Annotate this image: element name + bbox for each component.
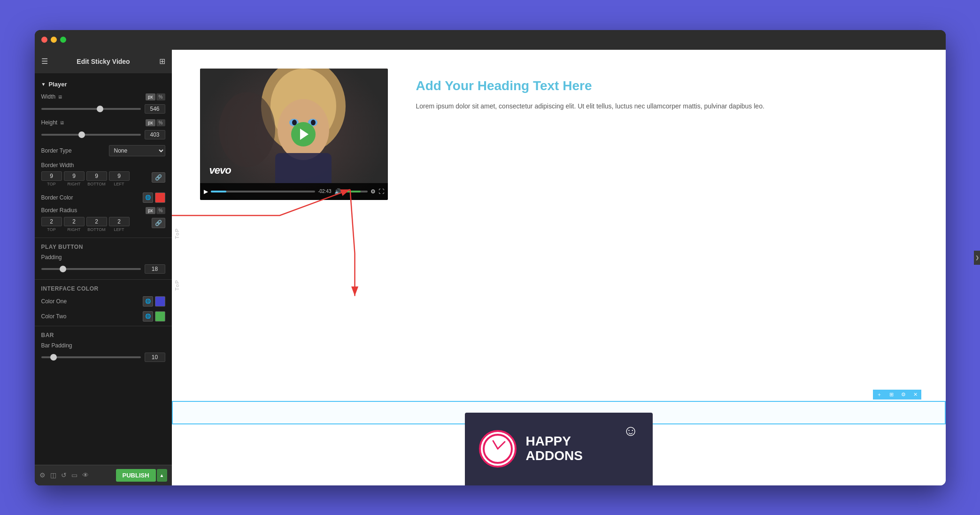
sidebar-title: Edit Sticky Video (77, 58, 130, 65)
border-width-bottom-label: BOTTOM (87, 182, 105, 186)
row-settings-btn[interactable]: ⚙ (897, 390, 910, 400)
publish-dropdown-button[interactable]: ▲ (157, 469, 167, 482)
color-two-swatch[interactable] (155, 311, 165, 322)
play-button[interactable] (291, 122, 316, 146)
border-radius-left-input[interactable] (109, 217, 130, 226)
width-slider[interactable] (41, 108, 141, 110)
ha-text-line2: ADDONS (526, 449, 583, 463)
grid-icon[interactable]: ⊞ (159, 57, 165, 66)
settings-icon[interactable]: ⚙ (39, 471, 46, 479)
px-unit-btn[interactable]: px (146, 93, 155, 100)
padding-slider[interactable] (41, 268, 141, 270)
border-width-left-input[interactable] (109, 171, 130, 181)
svg-line-13 (493, 441, 498, 449)
ha-logo-circle (479, 430, 517, 468)
time-display: -02:43 (318, 189, 331, 194)
row-move-btn[interactable]: ⊞ (886, 390, 897, 400)
happy-addons-section: HAPPY ADDONS ☺ (465, 413, 653, 485)
top-label-1: ToP (174, 228, 180, 239)
app-window: ☰ Edit Sticky Video ⊞ ▼ Player Width 🖥 (35, 30, 946, 485)
border-radius-left: LEFT (109, 217, 130, 232)
width-value-input[interactable]: 546 (145, 104, 165, 114)
padding-value-input[interactable]: 18 (145, 264, 165, 274)
play-button-label: Play Button (35, 240, 172, 252)
border-radius-right-input[interactable] (64, 217, 85, 226)
row-add-btn[interactable]: ＋ (873, 390, 886, 400)
sidebar: ☰ Edit Sticky Video ⊞ ▼ Player Width 🖥 (35, 50, 172, 485)
color-one-label: Color One (41, 298, 67, 305)
height-px-btn[interactable]: px (146, 119, 155, 126)
border-radius-bottom-label: BOTTOM (87, 227, 105, 232)
height-pct-btn[interactable]: % (156, 119, 165, 126)
color-two-controls: 🌐 (143, 311, 165, 322)
svg-rect-9 (275, 153, 332, 183)
border-radius-unit-buttons: px % (146, 207, 165, 214)
settings-video-btn[interactable]: ⚙ (370, 188, 376, 195)
border-width-link-btn[interactable]: 🔗 (152, 172, 165, 183)
fullscreen-btn[interactable]: ⛶ (378, 188, 384, 195)
volume-btn[interactable]: 🔊 (334, 188, 341, 195)
video-wrapper: vevo ▶ (200, 69, 388, 200)
undo-icon[interactable]: ↺ (61, 471, 67, 479)
hamburger-icon[interactable]: ☰ (41, 57, 48, 66)
height-value-input[interactable]: 403 (145, 130, 165, 139)
pct-unit-btn[interactable]: % (156, 93, 165, 100)
publish-button[interactable]: PUBLISH (116, 469, 156, 482)
border-width-top: TOP (41, 171, 62, 186)
layers-icon[interactable]: ◫ (50, 471, 56, 479)
close-button[interactable] (41, 37, 47, 43)
body-text: Lorem ipsum dolor sit amet, consectetur … (416, 101, 918, 111)
border-radius-top-input[interactable] (41, 217, 62, 226)
color-one-swatch[interactable] (155, 296, 165, 307)
svg-point-6 (311, 120, 316, 125)
border-width-right-input[interactable] (64, 171, 85, 181)
height-slider[interactable] (41, 134, 141, 136)
top-label-2: ToP (174, 280, 180, 291)
width-control-row: Width 🖥 px % (35, 92, 172, 102)
border-width-top-input[interactable] (41, 171, 62, 181)
border-width-control-row: Border Width (35, 160, 172, 170)
color-two-global-btn[interactable]: 🌐 (143, 311, 153, 322)
sidebar-content: ▼ Player Width 🖥 px % (35, 73, 172, 369)
maximize-button[interactable] (60, 37, 66, 43)
border-color-row: Border Color 🌐 (35, 190, 172, 205)
border-color-global-btn[interactable]: 🌐 (143, 192, 153, 203)
player-section-header[interactable]: ▼ Player (35, 77, 172, 92)
border-radius-right: RIGHT (64, 217, 85, 232)
volume-bar[interactable] (344, 191, 368, 192)
volume-fill (344, 191, 361, 192)
border-radius-bottom: BOTTOM (86, 217, 107, 232)
width-unit-buttons: px % (146, 93, 165, 100)
radius-px-btn[interactable]: px (146, 207, 155, 214)
border-width-right: RIGHT (64, 171, 85, 186)
ha-text: HAPPY ADDONS (526, 434, 583, 463)
canvas-area: vevo ▶ (172, 50, 946, 485)
border-width-bottom-input[interactable] (86, 171, 107, 181)
page-heading: Add Your Heading Text Here (416, 78, 918, 94)
eye-icon[interactable]: 👁 (82, 471, 89, 479)
text-content: Add Your Heading Text Here Lorem ipsum d… (416, 69, 918, 112)
height-control-row: Height 🖥 px % (35, 117, 172, 128)
divider-2 (35, 279, 172, 280)
border-type-row: Border Type None Solid Dashed (35, 143, 172, 160)
border-type-select[interactable]: None Solid Dashed (109, 145, 165, 156)
border-radius-bottom-input[interactable] (86, 217, 107, 226)
play-pause-btn[interactable]: ▶ (204, 188, 208, 195)
traffic-lights (41, 37, 66, 43)
minimize-button[interactable] (51, 37, 57, 43)
row-delete-btn[interactable]: ✕ (910, 390, 921, 400)
border-radius-right-label: RIGHT (68, 227, 81, 232)
bar-padding-slider[interactable] (41, 356, 141, 358)
border-type-label: Border Type (41, 147, 72, 154)
radius-pct-btn[interactable]: % (156, 207, 165, 214)
video-controls-bar: ▶ -02:43 🔊 ⚙ ⛶ (200, 183, 388, 200)
color-one-global-btn[interactable]: 🌐 (143, 296, 153, 307)
border-width-top-label: TOP (47, 182, 55, 186)
progress-bar[interactable] (211, 191, 316, 192)
bar-padding-value-input[interactable]: 10 (145, 353, 165, 362)
device-icon[interactable]: ▭ (71, 471, 77, 479)
height-label: Height 🖥 (41, 119, 65, 126)
border-color-swatch[interactable] (155, 192, 165, 203)
border-radius-link-btn[interactable]: 🔗 (152, 218, 165, 228)
video-player: vevo ▶ (200, 69, 388, 200)
